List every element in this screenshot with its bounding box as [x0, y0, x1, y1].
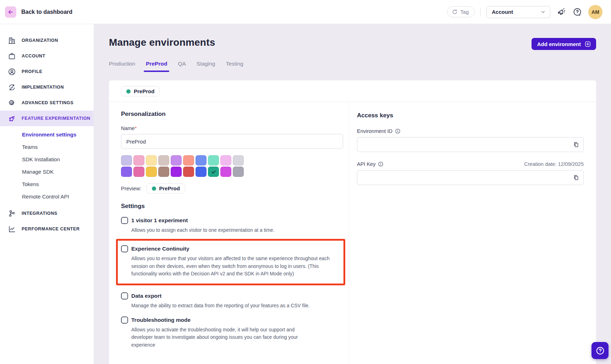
color-swatch[interactable] — [158, 155, 169, 166]
api-key-input[interactable] — [357, 170, 584, 185]
sidebar: ORGANIZATION ACCOUNT PROFILE IMPLEMENTAT… — [0, 24, 94, 364]
gear-icon — [8, 99, 16, 107]
setting-1-visitor-1-experiment: 1 visitor 1 experiment Allows you to ass… — [121, 217, 343, 234]
sidebar-item-label: ORGANIZATION — [22, 38, 58, 43]
sidebar-item-label: ACCOUNT — [22, 54, 45, 58]
subnav-item-sdk-installation[interactable]: SDK Installation — [0, 153, 94, 166]
environment-id-label: Environment ID — [357, 128, 392, 134]
account-dropdown[interactable]: Account — [486, 6, 550, 18]
visitor-experiment-checkbox[interactable] — [121, 217, 128, 224]
sidebar-item-implementation[interactable]: IMPLEMENTATION — [0, 79, 94, 95]
sidebar-item-feature-experimentation[interactable]: FEATURE EXPERIMENTATION — [0, 111, 94, 126]
subnav-item-tokens[interactable]: Tokens — [0, 178, 94, 190]
preview-badge-label: PreProd — [159, 185, 180, 191]
environment-tabs: Production PreProd QA Staging Testing — [109, 61, 596, 71]
refresh-icon — [452, 9, 458, 15]
floating-help-button[interactable] — [591, 342, 609, 359]
sidebar-item-integrations[interactable]: INTEGRATIONS — [0, 206, 94, 221]
color-swatch[interactable] — [171, 155, 182, 166]
color-swatch[interactable] — [133, 155, 144, 166]
sidebar-item-organization[interactable]: ORGANIZATION — [0, 33, 94, 48]
environment-card: PreProd Personalization Name* — [109, 80, 596, 364]
help-button[interactable] — [572, 7, 583, 17]
copy-icon — [573, 174, 579, 181]
troubleshooting-mode-checkbox[interactable] — [121, 317, 128, 324]
tab-testing[interactable]: Testing — [226, 61, 243, 71]
setting-description: Allows you to assign each visitor to one… — [131, 226, 343, 234]
required-asterisk: * — [135, 125, 137, 131]
environment-color-dot — [126, 89, 131, 94]
preview-label: Preview: — [121, 185, 142, 191]
environment-badge-label: PreProd — [134, 88, 154, 94]
setting-description: Manage the ability to extract data from … — [131, 302, 343, 309]
color-swatch[interactable] — [146, 155, 157, 166]
plus-square-icon — [584, 41, 591, 47]
sidebar-item-advanced-settings[interactable]: ADVANCED SETTINGS — [0, 95, 94, 111]
color-swatch[interactable] — [158, 167, 169, 177]
color-swatch-picker — [121, 155, 343, 177]
info-icon[interactable] — [395, 128, 401, 134]
megaphone-icon — [557, 7, 566, 16]
tab-production[interactable]: Production — [109, 61, 135, 71]
subnav-item-remote-control-api[interactable]: Remote Control API — [0, 190, 94, 203]
add-environment-button[interactable]: Add environment — [532, 38, 596, 50]
tab-staging[interactable]: Staging — [197, 61, 215, 71]
color-swatch[interactable] — [121, 167, 132, 177]
setting-title: Experience Continuity — [131, 246, 189, 252]
setting-title: Data export — [131, 293, 161, 299]
environment-name-input[interactable] — [121, 134, 343, 149]
tag-button-label: Tag — [461, 9, 469, 15]
check-icon — [211, 169, 216, 175]
settings-heading: Settings — [121, 203, 343, 210]
sidebar-item-profile[interactable]: PROFILE — [0, 64, 94, 79]
avatar[interactable]: AM — [588, 5, 602, 19]
subnav-item-teams[interactable]: Teams — [0, 141, 94, 153]
color-swatch[interactable] — [121, 155, 132, 166]
user-circle-icon — [8, 68, 16, 76]
personalization-heading: Personalization — [121, 111, 343, 118]
feature-experimentation-subnav: Environment settings Teams SDK Installat… — [0, 128, 94, 203]
color-swatch[interactable] — [196, 167, 207, 177]
sidebar-item-label: PERFORMANCE CENTER — [22, 226, 80, 231]
help-bubble-icon — [573, 7, 582, 17]
color-swatch[interactable] — [133, 167, 144, 177]
subnav-item-manage-sdk[interactable]: Manage SDK — [0, 166, 94, 178]
sidebar-item-label: ADVANCED SETTINGS — [22, 100, 73, 105]
info-icon[interactable] — [378, 161, 384, 167]
main-content: Manage environments Add environment Prod… — [94, 24, 611, 364]
sidebar-item-account[interactable]: ACCOUNT — [0, 48, 94, 64]
color-swatch[interactable] — [183, 167, 194, 177]
color-swatch[interactable] — [233, 155, 244, 166]
tag-button[interactable]: Tag — [447, 6, 475, 17]
color-swatch[interactable] — [220, 155, 231, 166]
building-icon — [8, 37, 16, 45]
color-swatch[interactable] — [146, 167, 157, 177]
color-swatch[interactable] — [183, 155, 194, 166]
sync-check-icon — [8, 83, 16, 91]
data-export-checkbox[interactable] — [121, 292, 128, 299]
sidebar-item-performance-center[interactable]: PERFORMANCE CENTER — [0, 221, 94, 237]
color-swatch[interactable] — [208, 155, 219, 166]
subnav-item-environment-settings[interactable]: Environment settings — [0, 128, 94, 141]
copy-environment-id-button[interactable] — [572, 141, 580, 149]
tab-qa[interactable]: QA — [178, 61, 186, 71]
color-swatch[interactable] — [196, 155, 207, 166]
color-swatch[interactable] — [171, 167, 182, 177]
copy-icon — [573, 141, 579, 148]
api-key-label: API Key — [357, 161, 375, 167]
question-circle-icon — [595, 346, 605, 355]
back-to-dashboard-label[interactable]: Back to dashboard — [21, 9, 72, 15]
tab-preprod[interactable]: PreProd — [146, 61, 167, 71]
environment-id-input[interactable] — [357, 137, 584, 152]
creation-date: Creation date: 12/09/2025 — [524, 161, 584, 167]
announcements-button[interactable] — [556, 7, 566, 17]
back-button[interactable] — [5, 6, 16, 18]
chart-icon — [8, 225, 16, 233]
color-swatch-selected[interactable] — [208, 167, 219, 177]
color-swatch[interactable] — [220, 167, 231, 177]
account-dropdown-value: Account — [492, 9, 513, 15]
copy-api-key-button[interactable] — [572, 174, 580, 182]
color-swatch[interactable] — [233, 167, 244, 177]
swatch-row-pastel — [121, 155, 343, 166]
experience-continuity-checkbox[interactable] — [121, 245, 128, 252]
